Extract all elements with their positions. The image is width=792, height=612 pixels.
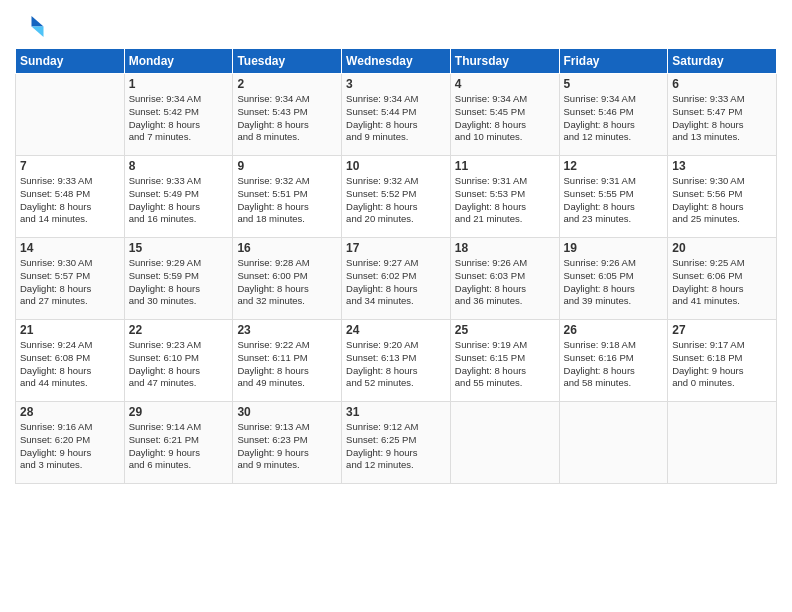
calendar-cell: 9Sunrise: 9:32 AM Sunset: 5:51 PM Daylig…	[233, 156, 342, 238]
day-number: 28	[20, 405, 120, 419]
day-info: Sunrise: 9:12 AM Sunset: 6:25 PM Dayligh…	[346, 421, 446, 472]
day-info: Sunrise: 9:32 AM Sunset: 5:52 PM Dayligh…	[346, 175, 446, 226]
day-info: Sunrise: 9:17 AM Sunset: 6:18 PM Dayligh…	[672, 339, 772, 390]
calendar-cell: 25Sunrise: 9:19 AM Sunset: 6:15 PM Dayli…	[450, 320, 559, 402]
calendar-cell	[559, 402, 668, 484]
day-number: 7	[20, 159, 120, 173]
calendar-cell: 13Sunrise: 9:30 AM Sunset: 5:56 PM Dayli…	[668, 156, 777, 238]
calendar-table: SundayMondayTuesdayWednesdayThursdayFrid…	[15, 48, 777, 484]
day-info: Sunrise: 9:34 AM Sunset: 5:46 PM Dayligh…	[564, 93, 664, 144]
calendar-cell: 15Sunrise: 9:29 AM Sunset: 5:59 PM Dayli…	[124, 238, 233, 320]
day-number: 13	[672, 159, 772, 173]
calendar-cell: 14Sunrise: 9:30 AM Sunset: 5:57 PM Dayli…	[16, 238, 125, 320]
calendar-cell: 23Sunrise: 9:22 AM Sunset: 6:11 PM Dayli…	[233, 320, 342, 402]
day-info: Sunrise: 9:33 AM Sunset: 5:47 PM Dayligh…	[672, 93, 772, 144]
day-info: Sunrise: 9:14 AM Sunset: 6:21 PM Dayligh…	[129, 421, 229, 472]
day-number: 6	[672, 77, 772, 91]
day-number: 2	[237, 77, 337, 91]
col-header-friday: Friday	[559, 49, 668, 74]
day-info: Sunrise: 9:30 AM Sunset: 5:56 PM Dayligh…	[672, 175, 772, 226]
calendar-cell: 28Sunrise: 9:16 AM Sunset: 6:20 PM Dayli…	[16, 402, 125, 484]
calendar-cell: 21Sunrise: 9:24 AM Sunset: 6:08 PM Dayli…	[16, 320, 125, 402]
calendar-cell: 22Sunrise: 9:23 AM Sunset: 6:10 PM Dayli…	[124, 320, 233, 402]
day-number: 25	[455, 323, 555, 337]
logo-icon	[15, 10, 45, 40]
page: SundayMondayTuesdayWednesdayThursdayFrid…	[0, 0, 792, 612]
col-header-sunday: Sunday	[16, 49, 125, 74]
calendar-cell: 3Sunrise: 9:34 AM Sunset: 5:44 PM Daylig…	[342, 74, 451, 156]
day-number: 18	[455, 241, 555, 255]
calendar-cell: 2Sunrise: 9:34 AM Sunset: 5:43 PM Daylig…	[233, 74, 342, 156]
calendar-cell: 24Sunrise: 9:20 AM Sunset: 6:13 PM Dayli…	[342, 320, 451, 402]
calendar-header: SundayMondayTuesdayWednesdayThursdayFrid…	[16, 49, 777, 74]
calendar-cell	[16, 74, 125, 156]
calendar-cell: 17Sunrise: 9:27 AM Sunset: 6:02 PM Dayli…	[342, 238, 451, 320]
day-number: 19	[564, 241, 664, 255]
calendar-cell: 19Sunrise: 9:26 AM Sunset: 6:05 PM Dayli…	[559, 238, 668, 320]
day-info: Sunrise: 9:26 AM Sunset: 6:05 PM Dayligh…	[564, 257, 664, 308]
calendar-cell: 10Sunrise: 9:32 AM Sunset: 5:52 PM Dayli…	[342, 156, 451, 238]
col-header-tuesday: Tuesday	[233, 49, 342, 74]
calendar-cell: 6Sunrise: 9:33 AM Sunset: 5:47 PM Daylig…	[668, 74, 777, 156]
day-number: 29	[129, 405, 229, 419]
col-header-wednesday: Wednesday	[342, 49, 451, 74]
day-number: 15	[129, 241, 229, 255]
calendar-cell: 26Sunrise: 9:18 AM Sunset: 6:16 PM Dayli…	[559, 320, 668, 402]
day-info: Sunrise: 9:26 AM Sunset: 6:03 PM Dayligh…	[455, 257, 555, 308]
col-header-thursday: Thursday	[450, 49, 559, 74]
day-info: Sunrise: 9:32 AM Sunset: 5:51 PM Dayligh…	[237, 175, 337, 226]
calendar-cell: 29Sunrise: 9:14 AM Sunset: 6:21 PM Dayli…	[124, 402, 233, 484]
calendar-cell: 11Sunrise: 9:31 AM Sunset: 5:53 PM Dayli…	[450, 156, 559, 238]
week-row-1: 1Sunrise: 9:34 AM Sunset: 5:42 PM Daylig…	[16, 74, 777, 156]
calendar-cell: 30Sunrise: 9:13 AM Sunset: 6:23 PM Dayli…	[233, 402, 342, 484]
calendar-cell: 4Sunrise: 9:34 AM Sunset: 5:45 PM Daylig…	[450, 74, 559, 156]
calendar-cell: 16Sunrise: 9:28 AM Sunset: 6:00 PM Dayli…	[233, 238, 342, 320]
calendar-cell: 7Sunrise: 9:33 AM Sunset: 5:48 PM Daylig…	[16, 156, 125, 238]
day-info: Sunrise: 9:18 AM Sunset: 6:16 PM Dayligh…	[564, 339, 664, 390]
logo	[15, 10, 47, 40]
day-number: 5	[564, 77, 664, 91]
col-header-monday: Monday	[124, 49, 233, 74]
day-info: Sunrise: 9:34 AM Sunset: 5:42 PM Dayligh…	[129, 93, 229, 144]
calendar-cell: 18Sunrise: 9:26 AM Sunset: 6:03 PM Dayli…	[450, 238, 559, 320]
week-row-3: 14Sunrise: 9:30 AM Sunset: 5:57 PM Dayli…	[16, 238, 777, 320]
day-info: Sunrise: 9:20 AM Sunset: 6:13 PM Dayligh…	[346, 339, 446, 390]
day-number: 14	[20, 241, 120, 255]
day-info: Sunrise: 9:34 AM Sunset: 5:43 PM Dayligh…	[237, 93, 337, 144]
day-number: 9	[237, 159, 337, 173]
header	[15, 10, 777, 40]
week-row-2: 7Sunrise: 9:33 AM Sunset: 5:48 PM Daylig…	[16, 156, 777, 238]
day-number: 31	[346, 405, 446, 419]
day-number: 17	[346, 241, 446, 255]
day-number: 11	[455, 159, 555, 173]
calendar-cell: 1Sunrise: 9:34 AM Sunset: 5:42 PM Daylig…	[124, 74, 233, 156]
day-info: Sunrise: 9:34 AM Sunset: 5:45 PM Dayligh…	[455, 93, 555, 144]
calendar-cell: 31Sunrise: 9:12 AM Sunset: 6:25 PM Dayli…	[342, 402, 451, 484]
week-row-4: 21Sunrise: 9:24 AM Sunset: 6:08 PM Dayli…	[16, 320, 777, 402]
day-number: 16	[237, 241, 337, 255]
calendar-cell: 20Sunrise: 9:25 AM Sunset: 6:06 PM Dayli…	[668, 238, 777, 320]
day-number: 1	[129, 77, 229, 91]
calendar-cell: 5Sunrise: 9:34 AM Sunset: 5:46 PM Daylig…	[559, 74, 668, 156]
day-number: 8	[129, 159, 229, 173]
day-info: Sunrise: 9:19 AM Sunset: 6:15 PM Dayligh…	[455, 339, 555, 390]
calendar-cell: 8Sunrise: 9:33 AM Sunset: 5:49 PM Daylig…	[124, 156, 233, 238]
day-info: Sunrise: 9:16 AM Sunset: 6:20 PM Dayligh…	[20, 421, 120, 472]
calendar-cell: 27Sunrise: 9:17 AM Sunset: 6:18 PM Dayli…	[668, 320, 777, 402]
day-info: Sunrise: 9:33 AM Sunset: 5:48 PM Dayligh…	[20, 175, 120, 226]
day-number: 3	[346, 77, 446, 91]
calendar-body: 1Sunrise: 9:34 AM Sunset: 5:42 PM Daylig…	[16, 74, 777, 484]
day-info: Sunrise: 9:31 AM Sunset: 5:55 PM Dayligh…	[564, 175, 664, 226]
day-info: Sunrise: 9:28 AM Sunset: 6:00 PM Dayligh…	[237, 257, 337, 308]
day-info: Sunrise: 9:22 AM Sunset: 6:11 PM Dayligh…	[237, 339, 337, 390]
svg-marker-0	[32, 16, 44, 27]
day-number: 30	[237, 405, 337, 419]
day-number: 10	[346, 159, 446, 173]
calendar-cell	[450, 402, 559, 484]
week-row-5: 28Sunrise: 9:16 AM Sunset: 6:20 PM Dayli…	[16, 402, 777, 484]
day-info: Sunrise: 9:13 AM Sunset: 6:23 PM Dayligh…	[237, 421, 337, 472]
day-number: 27	[672, 323, 772, 337]
day-info: Sunrise: 9:27 AM Sunset: 6:02 PM Dayligh…	[346, 257, 446, 308]
day-number: 20	[672, 241, 772, 255]
day-number: 4	[455, 77, 555, 91]
